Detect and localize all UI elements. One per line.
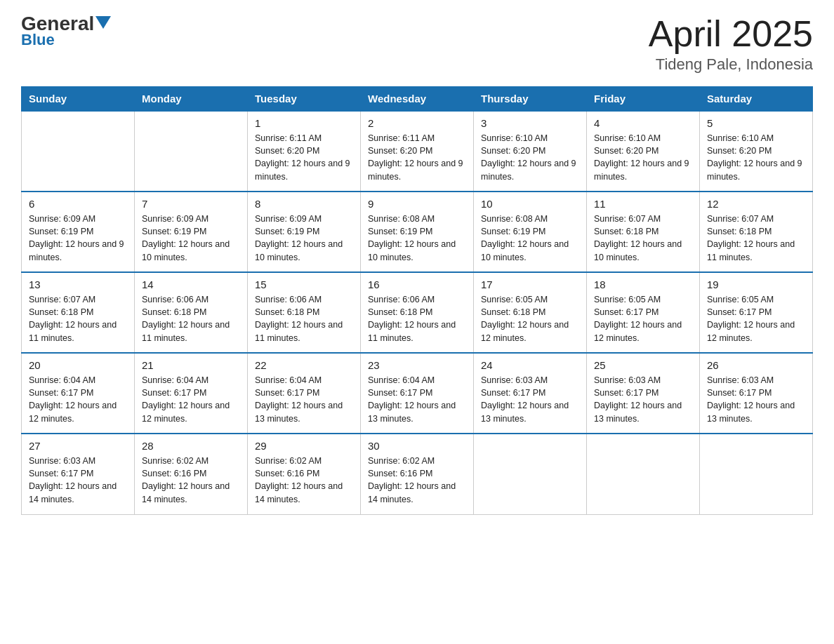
calendar-week-row: 27 Sunrise: 6:03 AM Sunset: 6:17 PM Dayl… xyxy=(22,434,813,514)
title-section: April 2025 Tideng Pale, Indonesia xyxy=(649,14,813,74)
calendar-cell: 21 Sunrise: 6:04 AM Sunset: 6:17 PM Dayl… xyxy=(135,353,248,434)
calendar-cell: 12 Sunrise: 6:07 AM Sunset: 6:18 PM Dayl… xyxy=(700,192,813,272)
day-number: 14 xyxy=(142,279,240,290)
day-number: 26 xyxy=(707,359,805,371)
calendar-cell xyxy=(135,111,248,192)
calendar-table: Sunday Monday Tuesday Wednesday Thursday… xyxy=(21,86,813,515)
day-info: Sunrise: 6:10 AM Sunset: 6:20 PM Dayligh… xyxy=(481,132,579,183)
day-info: Sunrise: 6:04 AM Sunset: 6:17 PM Dayligh… xyxy=(255,374,353,425)
day-number: 22 xyxy=(255,359,353,371)
col-tuesday: Tuesday xyxy=(248,87,361,112)
svg-marker-0 xyxy=(95,16,111,29)
col-monday: Monday xyxy=(135,87,248,112)
calendar-cell: 7 Sunrise: 6:09 AM Sunset: 6:19 PM Dayli… xyxy=(135,192,248,272)
day-info: Sunrise: 6:10 AM Sunset: 6:20 PM Dayligh… xyxy=(707,132,805,183)
day-number: 4 xyxy=(594,117,692,129)
day-info: Sunrise: 6:05 AM Sunset: 6:17 PM Dayligh… xyxy=(707,293,805,344)
day-number: 2 xyxy=(368,117,466,129)
calendar-cell: 6 Sunrise: 6:09 AM Sunset: 6:19 PM Dayli… xyxy=(22,192,135,272)
calendar-cell: 11 Sunrise: 6:07 AM Sunset: 6:18 PM Dayl… xyxy=(587,192,700,272)
calendar-cell: 10 Sunrise: 6:08 AM Sunset: 6:19 PM Dayl… xyxy=(474,192,587,272)
day-number: 28 xyxy=(142,440,240,452)
calendar-cell: 23 Sunrise: 6:04 AM Sunset: 6:17 PM Dayl… xyxy=(361,353,474,434)
calendar-cell: 17 Sunrise: 6:05 AM Sunset: 6:18 PM Dayl… xyxy=(474,272,587,353)
location-subtitle: Tideng Pale, Indonesia xyxy=(649,55,813,74)
calendar-cell: 20 Sunrise: 6:04 AM Sunset: 6:17 PM Dayl… xyxy=(22,353,135,434)
day-number: 8 xyxy=(255,198,353,210)
calendar-cell: 24 Sunrise: 6:03 AM Sunset: 6:17 PM Dayl… xyxy=(474,353,587,434)
day-info: Sunrise: 6:06 AM Sunset: 6:18 PM Dayligh… xyxy=(255,293,353,344)
calendar-cell: 22 Sunrise: 6:04 AM Sunset: 6:17 PM Dayl… xyxy=(248,353,361,434)
day-number: 12 xyxy=(707,198,805,210)
calendar-cell: 16 Sunrise: 6:06 AM Sunset: 6:18 PM Dayl… xyxy=(361,272,474,353)
calendar-cell: 28 Sunrise: 6:02 AM Sunset: 6:16 PM Dayl… xyxy=(135,434,248,514)
day-info: Sunrise: 6:11 AM Sunset: 6:20 PM Dayligh… xyxy=(368,132,466,183)
calendar-week-row: 6 Sunrise: 6:09 AM Sunset: 6:19 PM Dayli… xyxy=(22,192,813,272)
logo: General Blue xyxy=(21,14,111,49)
day-info: Sunrise: 6:09 AM Sunset: 6:19 PM Dayligh… xyxy=(255,213,353,264)
day-number: 17 xyxy=(481,279,579,290)
col-sunday: Sunday xyxy=(22,87,135,112)
calendar-cell: 13 Sunrise: 6:07 AM Sunset: 6:18 PM Dayl… xyxy=(22,272,135,353)
calendar-cell xyxy=(587,434,700,514)
calendar-cell: 4 Sunrise: 6:10 AM Sunset: 6:20 PM Dayli… xyxy=(587,111,700,192)
calendar-header-row: Sunday Monday Tuesday Wednesday Thursday… xyxy=(22,87,813,112)
day-info: Sunrise: 6:07 AM Sunset: 6:18 PM Dayligh… xyxy=(29,293,127,344)
day-number: 13 xyxy=(29,279,127,290)
day-info: Sunrise: 6:06 AM Sunset: 6:18 PM Dayligh… xyxy=(142,293,240,344)
day-number: 7 xyxy=(142,198,240,210)
day-number: 11 xyxy=(594,198,692,210)
day-number: 21 xyxy=(142,359,240,371)
day-info: Sunrise: 6:06 AM Sunset: 6:18 PM Dayligh… xyxy=(368,293,466,344)
day-number: 1 xyxy=(255,117,353,129)
day-number: 23 xyxy=(368,359,466,371)
col-saturday: Saturday xyxy=(700,87,813,112)
calendar-cell: 19 Sunrise: 6:05 AM Sunset: 6:17 PM Dayl… xyxy=(700,272,813,353)
day-info: Sunrise: 6:03 AM Sunset: 6:17 PM Dayligh… xyxy=(29,455,127,506)
day-number: 24 xyxy=(481,359,579,371)
day-number: 6 xyxy=(29,198,127,210)
calendar-cell: 27 Sunrise: 6:03 AM Sunset: 6:17 PM Dayl… xyxy=(22,434,135,514)
day-info: Sunrise: 6:04 AM Sunset: 6:17 PM Dayligh… xyxy=(142,374,240,425)
logo-blue-text: Blue xyxy=(21,31,55,49)
logo-triangle-icon xyxy=(95,16,111,29)
day-number: 3 xyxy=(481,117,579,129)
day-info: Sunrise: 6:07 AM Sunset: 6:18 PM Dayligh… xyxy=(594,213,692,264)
day-info: Sunrise: 6:03 AM Sunset: 6:17 PM Dayligh… xyxy=(707,374,805,425)
day-number: 15 xyxy=(255,279,353,290)
calendar-cell: 18 Sunrise: 6:05 AM Sunset: 6:17 PM Dayl… xyxy=(587,272,700,353)
col-friday: Friday xyxy=(587,87,700,112)
calendar-week-row: 20 Sunrise: 6:04 AM Sunset: 6:17 PM Dayl… xyxy=(22,353,813,434)
day-number: 25 xyxy=(594,359,692,371)
day-number: 18 xyxy=(594,279,692,290)
day-info: Sunrise: 6:11 AM Sunset: 6:20 PM Dayligh… xyxy=(255,132,353,183)
calendar-cell: 3 Sunrise: 6:10 AM Sunset: 6:20 PM Dayli… xyxy=(474,111,587,192)
calendar-cell: 15 Sunrise: 6:06 AM Sunset: 6:18 PM Dayl… xyxy=(248,272,361,353)
day-info: Sunrise: 6:10 AM Sunset: 6:20 PM Dayligh… xyxy=(594,132,692,183)
day-number: 29 xyxy=(255,440,353,452)
calendar-week-row: 1 Sunrise: 6:11 AM Sunset: 6:20 PM Dayli… xyxy=(22,111,813,192)
day-info: Sunrise: 6:04 AM Sunset: 6:17 PM Dayligh… xyxy=(368,374,466,425)
calendar-cell: 26 Sunrise: 6:03 AM Sunset: 6:17 PM Dayl… xyxy=(700,353,813,434)
day-number: 16 xyxy=(368,279,466,290)
day-info: Sunrise: 6:08 AM Sunset: 6:19 PM Dayligh… xyxy=(368,213,466,264)
day-info: Sunrise: 6:05 AM Sunset: 6:17 PM Dayligh… xyxy=(594,293,692,344)
page-header: General Blue April 2025 Tideng Pale, Ind… xyxy=(21,14,813,74)
day-info: Sunrise: 6:05 AM Sunset: 6:18 PM Dayligh… xyxy=(481,293,579,344)
day-number: 19 xyxy=(707,279,805,290)
day-info: Sunrise: 6:04 AM Sunset: 6:17 PM Dayligh… xyxy=(29,374,127,425)
day-number: 5 xyxy=(707,117,805,129)
day-info: Sunrise: 6:02 AM Sunset: 6:16 PM Dayligh… xyxy=(142,455,240,506)
day-info: Sunrise: 6:03 AM Sunset: 6:17 PM Dayligh… xyxy=(594,374,692,425)
calendar-cell: 8 Sunrise: 6:09 AM Sunset: 6:19 PM Dayli… xyxy=(248,192,361,272)
calendar-cell: 2 Sunrise: 6:11 AM Sunset: 6:20 PM Dayli… xyxy=(361,111,474,192)
calendar-cell xyxy=(22,111,135,192)
day-info: Sunrise: 6:09 AM Sunset: 6:19 PM Dayligh… xyxy=(29,213,127,264)
calendar-cell: 1 Sunrise: 6:11 AM Sunset: 6:20 PM Dayli… xyxy=(248,111,361,192)
day-number: 27 xyxy=(29,440,127,452)
col-thursday: Thursday xyxy=(474,87,587,112)
month-title: April 2025 xyxy=(649,14,813,54)
calendar-cell: 30 Sunrise: 6:02 AM Sunset: 6:16 PM Dayl… xyxy=(361,434,474,514)
day-info: Sunrise: 6:03 AM Sunset: 6:17 PM Dayligh… xyxy=(481,374,579,425)
calendar-cell: 29 Sunrise: 6:02 AM Sunset: 6:16 PM Dayl… xyxy=(248,434,361,514)
